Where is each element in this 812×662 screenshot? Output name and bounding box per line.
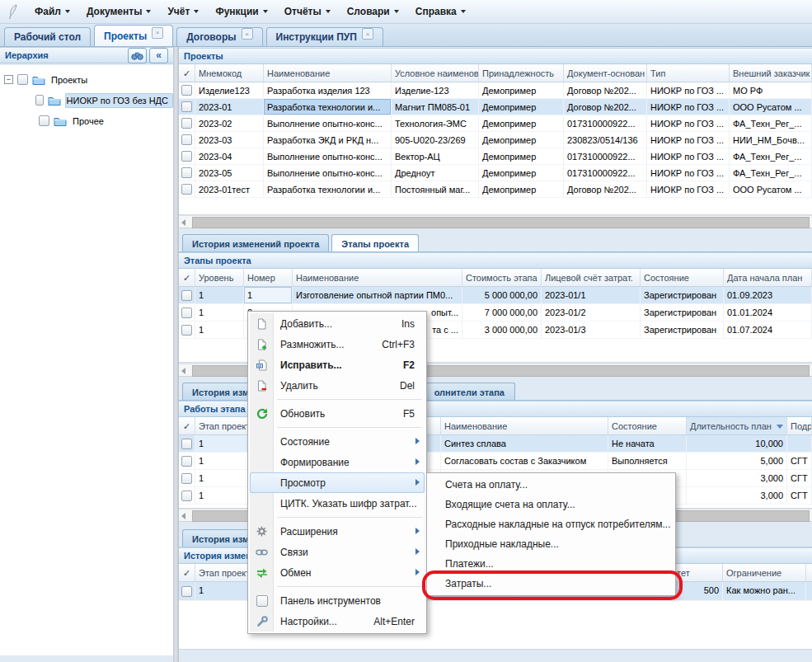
table-cell[interactable]: Договор №202... bbox=[564, 181, 647, 197]
table-row[interactable]: 2023-04Выполнение опытно-конс...Вектор-А… bbox=[179, 148, 812, 165]
column-header[interactable]: Внешний заказчик bbox=[730, 64, 812, 82]
table-cell[interactable] bbox=[806, 582, 812, 600]
table-cell[interactable] bbox=[179, 304, 195, 321]
row-checkbox[interactable] bbox=[181, 439, 192, 449]
table-cell[interactable]: Договор №202... bbox=[564, 82, 647, 98]
context-menu-item[interactable]: Состояние bbox=[250, 431, 425, 452]
table-cell[interactable] bbox=[179, 181, 195, 197]
table-cell[interactable]: Выполнение опытно-конс... bbox=[264, 148, 392, 164]
table-cell[interactable]: 2023-01тест bbox=[195, 181, 264, 197]
table-cell[interactable]: НИИ_НМ_Бочв... bbox=[730, 132, 812, 148]
table-cell[interactable]: 230823/0514/136 bbox=[564, 132, 647, 148]
tree-checkbox[interactable] bbox=[35, 95, 44, 106]
context-menu-item[interactable]: Панель инструментов bbox=[250, 590, 425, 611]
table-cell[interactable]: МО РФ bbox=[730, 82, 812, 98]
table-cell[interactable]: Разработка технологии и... bbox=[264, 99, 392, 115]
table-cell[interactable]: 3 000 000,00 bbox=[462, 322, 542, 338]
table-cell[interactable] bbox=[179, 99, 195, 115]
table-cell[interactable]: 2023-01 bbox=[195, 99, 264, 115]
table-cell[interactable]: Разработка ЭКД и РКД н... bbox=[264, 132, 392, 148]
column-header[interactable]: Состояние bbox=[641, 269, 724, 286]
scroll-left-arrow-icon[interactable] bbox=[181, 513, 185, 519]
table-cell[interactable] bbox=[179, 148, 195, 164]
tab-close-icon[interactable]: × bbox=[152, 27, 163, 39]
row-checkbox[interactable] bbox=[181, 118, 192, 129]
row-checkbox[interactable] bbox=[181, 473, 192, 484]
column-header[interactable]: Принадлежность bbox=[479, 64, 564, 82]
column-header[interactable]: Тип bbox=[647, 64, 730, 82]
table-cell[interactable] bbox=[179, 453, 195, 469]
table-cell[interactable]: НИОКР по ГОЗ ... bbox=[647, 165, 730, 181]
tree-node[interactable]: НИОКР по ГОЗ без НДС bbox=[0, 90, 173, 110]
table-row[interactable]: 2023-05Выполнение опытно-конс...Дредноут… bbox=[179, 165, 812, 181]
table-cell[interactable]: Изготовление опытной партии ПМ0... bbox=[293, 287, 462, 303]
table-cell[interactable]: Изделие123 bbox=[195, 82, 264, 98]
table-row[interactable]: 2023-02Выполнение опытно-конс...Технолог… bbox=[179, 115, 812, 132]
table-cell[interactable]: ФА_Техн_Рег_... bbox=[730, 148, 812, 164]
table-cell[interactable]: Зарегистрирован bbox=[641, 287, 724, 303]
column-header[interactable]: Лицевой счёт затрат. bbox=[542, 269, 641, 286]
tab-договоры[interactable]: Договоры× bbox=[176, 27, 262, 46]
table-cell[interactable]: 017310000922... bbox=[564, 148, 647, 164]
table-cell[interactable]: Выполняется bbox=[608, 453, 687, 469]
table-cell[interactable]: 905-U020-23/269 bbox=[392, 132, 479, 148]
table-cell[interactable]: 01.01.2024 bbox=[724, 304, 812, 321]
table-cell[interactable]: 1 bbox=[195, 304, 244, 321]
table-cell[interactable]: 2023-01/2 bbox=[542, 304, 641, 321]
table-cell[interactable] bbox=[179, 435, 195, 452]
row-checkbox[interactable] bbox=[181, 491, 192, 501]
context-menu-item[interactable]: Связи bbox=[250, 542, 425, 562]
splitter-handle[interactable] bbox=[173, 47, 179, 662]
tab-close-icon[interactable]: × bbox=[242, 28, 253, 40]
context-menu-item[interactable]: Обмен bbox=[250, 562, 425, 583]
menubar-item-2[interactable]: Документы bbox=[78, 2, 159, 21]
table-cell[interactable]: Демопример bbox=[479, 181, 564, 197]
table-cell[interactable]: НИОКР по ГОЗ ... bbox=[647, 148, 730, 164]
tab-проекты[interactable]: Проекты× bbox=[94, 25, 173, 46]
table-cell[interactable]: 10,000 bbox=[687, 435, 787, 452]
scroll-left-arrow-icon[interactable] bbox=[181, 368, 185, 374]
table-cell[interactable]: НИОКР по ГОЗ ... bbox=[647, 132, 730, 148]
table-row[interactable]: 2023-01Разработка технологии и...Магнит … bbox=[179, 99, 812, 115]
table-cell[interactable] bbox=[179, 470, 195, 486]
table-cell[interactable]: 1 bbox=[195, 322, 244, 338]
table-cell[interactable]: НИОКР по ГОЗ ... bbox=[647, 82, 730, 98]
table-cell[interactable]: Зарегистрирован bbox=[641, 322, 724, 338]
row-checkbox[interactable] bbox=[181, 151, 192, 162]
table-cell[interactable]: Демопример bbox=[479, 132, 564, 148]
table-cell[interactable]: СГТ bbox=[787, 487, 812, 504]
row-checkbox[interactable] bbox=[181, 184, 192, 195]
scrollbar-thumb[interactable] bbox=[192, 217, 810, 228]
table-cell[interactable]: 1 bbox=[195, 287, 244, 303]
table-cell[interactable]: Изделие-123 bbox=[392, 82, 479, 98]
row-checkbox[interactable] bbox=[181, 134, 192, 145]
column-header[interactable] bbox=[806, 564, 812, 581]
context-menu-item[interactable]: УдалитьDel bbox=[250, 375, 425, 396]
table-cell[interactable]: НИОКР по ГОЗ ... bbox=[647, 181, 730, 197]
context-menu-item[interactable]: ЦИТК. Указать шифр затрат... bbox=[250, 493, 425, 514]
table-row[interactable]: Изделие123Разработка изделия 123Изделие-… bbox=[179, 82, 812, 99]
table-cell[interactable]: Вектор-АЦ bbox=[392, 148, 479, 164]
context-menu-item[interactable]: Размножить...Ctrl+F3 bbox=[250, 334, 425, 354]
context-menu-item[interactable]: Исправить...F2 bbox=[250, 354, 425, 375]
menubar-item-4[interactable]: Функции bbox=[207, 2, 275, 21]
table-cell[interactable]: СГТ bbox=[787, 470, 812, 486]
table-cell[interactable]: Зарегистрирован bbox=[641, 304, 724, 321]
table-cell[interactable]: 2023-04 bbox=[195, 148, 264, 164]
table-cell[interactable] bbox=[179, 487, 195, 504]
menubar-item-5[interactable]: Отчёты bbox=[276, 2, 339, 21]
table-cell[interactable]: Синтез сплава bbox=[441, 435, 608, 452]
table-cell[interactable]: 01.07.2024 bbox=[724, 322, 812, 338]
submenu-item[interactable]: Счета на оплату... bbox=[429, 475, 674, 495]
column-header[interactable]: Подр bbox=[787, 417, 812, 434]
table-cell[interactable]: Магнит ПМ085-01 bbox=[392, 99, 479, 115]
table-cell[interactable]: Технология-ЭМС bbox=[392, 115, 479, 131]
table-cell[interactable]: 017310000922... bbox=[564, 165, 647, 181]
tab-project-history[interactable]: История изменений проекта bbox=[182, 234, 329, 251]
table-cell[interactable]: НИОКР по ГОЗ ... bbox=[647, 115, 730, 131]
column-header[interactable]: Документ-основан bbox=[564, 64, 647, 82]
table-cell[interactable]: 5,000 bbox=[687, 453, 787, 469]
column-header[interactable]: Наименование bbox=[441, 417, 608, 434]
row-checkbox[interactable] bbox=[181, 101, 192, 112]
submenu-item[interactable]: Входящие счета на оплату... bbox=[429, 495, 674, 514]
